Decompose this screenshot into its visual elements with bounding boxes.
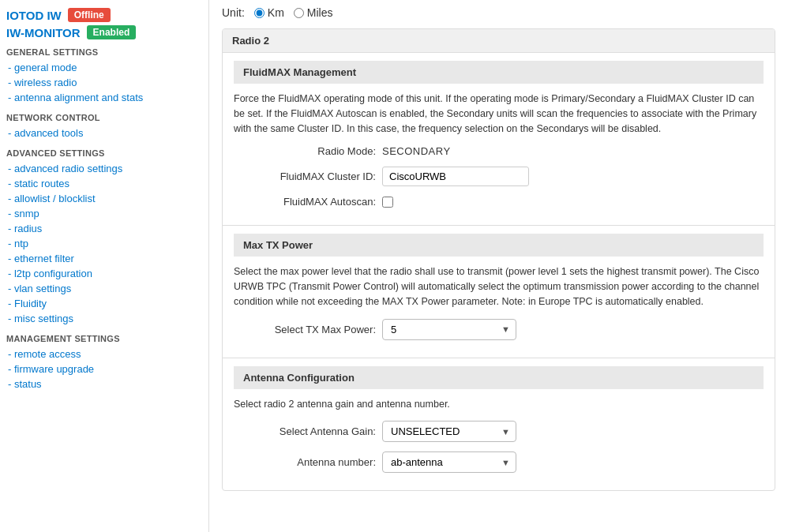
antenna-title: Antenna Configuration (234, 366, 764, 389)
radio-mode-label: Radio Mode: (234, 145, 376, 157)
radio2-title: Radio 2 (223, 29, 775, 53)
sidebar-section-title: GENERAL SETTINGS (6, 47, 202, 57)
tx-power-select[interactable]: 12345678 (382, 319, 516, 340)
antenna-number-select-wrapper: ab-antennaa-antennab-antenna ▼ (382, 451, 516, 473)
antenna-number-label: Antenna number: (234, 456, 376, 468)
sidebar-item-radius[interactable]: - radius (6, 221, 202, 236)
antenna-body: Antenna Configuration Select radio 2 ant… (223, 358, 775, 491)
max-tx-body: Max TX Power Select the max power level … (223, 225, 775, 357)
tx-power-label: Select TX Max Power: (234, 324, 376, 335)
unit-km-label[interactable]: Km (254, 6, 284, 19)
sidebar-item-status[interactable]: - status (6, 377, 202, 392)
antenna-gain-row: Select Antenna Gain: UNSELECTED2 dBi5 dB… (234, 421, 764, 442)
sidebar-section-title: NETWORK CONTROL (6, 113, 202, 122)
unit-label: Unit: (222, 6, 245, 19)
unit-km-radio[interactable] (254, 8, 265, 18)
sidebar-item-vlan-settings[interactable]: - vlan settings (6, 281, 202, 296)
autoscan-row: FluidMAX Autoscan: (234, 196, 764, 208)
sidebar-item-ethernet-filter[interactable]: - ethernet filter (6, 251, 202, 266)
sidebar-section-title: MANAGEMENT SETTINGS (6, 334, 202, 343)
fluidmax-title: FluidMAX Management (234, 61, 764, 84)
cluster-id-input[interactable] (382, 167, 529, 186)
sidebar-item-firmware-upgrade[interactable]: - firmware upgrade (6, 362, 202, 377)
unit-miles-label[interactable]: Miles (294, 6, 333, 19)
sidebar-item-static-routes[interactable]: - static routes (6, 176, 202, 191)
sidebar-title-1[interactable]: IOTOD IW (6, 9, 62, 22)
tx-power-select-wrapper: 12345678 ▼ (382, 319, 516, 340)
unit-km-text: Km (268, 6, 284, 19)
sidebar-item-advanced-tools[interactable]: - advanced tools (6, 126, 202, 140)
tx-power-row: Select TX Max Power: 12345678 ▼ (234, 319, 764, 340)
sidebar-item-advanced-radio-settings[interactable]: - advanced radio settings (6, 161, 202, 176)
sidebar-item-antenna-alignment[interactable]: - antenna alignment and stats (6, 90, 202, 105)
enabled-badge: Enabled (87, 25, 137, 39)
antenna-number-row: Antenna number: ab-antennaa-antennab-ant… (234, 451, 764, 473)
sidebar-item-misc-settings[interactable]: - misc settings (6, 311, 202, 326)
radio-mode-value: SECONDARY (382, 145, 451, 157)
antenna-gain-select-wrapper: UNSELECTED2 dBi5 dBi8 dBi ▼ (382, 421, 516, 442)
fluidmax-body: FluidMAX Management Force the FluidMAX o… (223, 53, 775, 225)
unit-miles-text: Miles (307, 6, 333, 19)
antenna-number-select[interactable]: ab-antennaa-antennab-antenna (382, 451, 516, 473)
cluster-id-label: FluidMAX Cluster ID: (234, 170, 376, 182)
cluster-id-row: FluidMAX Cluster ID: (234, 167, 764, 186)
antenna-gain-label: Select Antenna Gain: (234, 425, 376, 437)
unit-row: Unit: Km Miles (222, 6, 775, 19)
antenna-gain-select[interactable]: UNSELECTED2 dBi5 dBi8 dBi (382, 421, 516, 442)
sidebar-header-2: IW-MONITOR Enabled (6, 25, 202, 39)
sidebar-item-snmp[interactable]: - snmp (6, 206, 202, 221)
main-content: Unit: Km Miles Radio 2 FluidMAX Manageme… (209, 0, 788, 532)
max-tx-title: Max TX Power (234, 234, 764, 257)
autoscan-label: FluidMAX Autoscan: (234, 196, 376, 208)
sidebar-item-general-mode[interactable]: - general mode (6, 60, 202, 75)
max-tx-desc: Select the max power level that the radi… (234, 264, 764, 309)
autoscan-checkbox[interactable] (382, 197, 393, 208)
fluidmax-desc: Force the FluidMAX operating mode of thi… (234, 92, 764, 136)
unit-miles-radio[interactable] (294, 8, 304, 18)
sidebar-section-title: ADVANCED SETTINGS (6, 148, 202, 158)
sidebar-item-fluidity[interactable]: - Fluidity (6, 296, 202, 311)
radio2-section: Radio 2 FluidMAX Management Force the Fl… (222, 28, 775, 491)
sidebar-item-l2tp-configuration[interactable]: - l2tp configuration (6, 266, 202, 281)
sidebar: IOTOD IW Offline IW-MONITOR Enabled GENE… (0, 0, 209, 532)
sidebar-item-allowlist-blocklist[interactable]: - allowlist / blocklist (6, 191, 202, 206)
radio-mode-row: Radio Mode: SECONDARY (234, 145, 764, 157)
antenna-desc: Select radio 2 antenna gain and antenna … (234, 397, 764, 412)
offline-badge: Offline (68, 8, 111, 22)
sidebar-item-wireless-radio[interactable]: - wireless radio (6, 75, 202, 90)
sidebar-item-ntp[interactable]: - ntp (6, 236, 202, 251)
sidebar-item-remote-access[interactable]: - remote access (6, 347, 202, 362)
sidebar-title-2[interactable]: IW-MONITOR (6, 26, 81, 39)
sidebar-header-1: IOTOD IW Offline (6, 8, 202, 22)
